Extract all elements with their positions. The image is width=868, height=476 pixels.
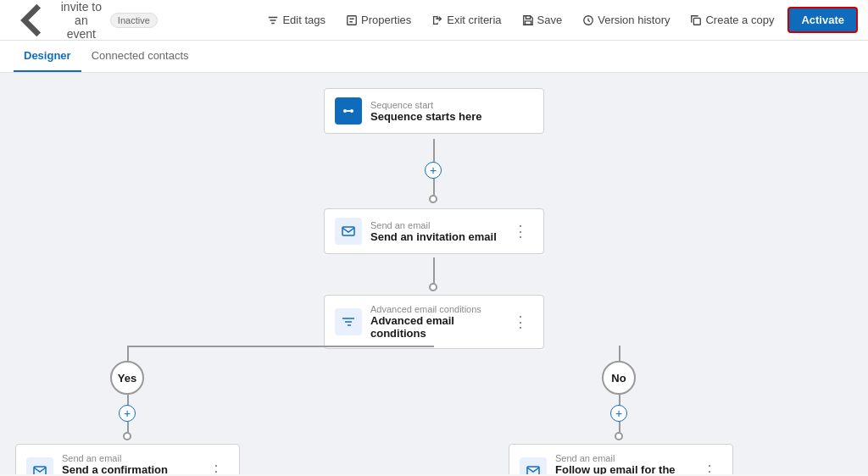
- adv-cond-1-title: Advanced email conditions: [370, 314, 499, 340]
- send-email-1-label: Send an email: [370, 220, 499, 230]
- adv-cond-1-menu[interactable]: ⋮: [508, 311, 533, 333]
- left-dot: [123, 432, 131, 440]
- svg-rect-2: [694, 18, 701, 25]
- sequence-start-node: Sequence start Sequence starts here: [324, 88, 544, 134]
- tab-designer[interactable]: Designer: [14, 41, 81, 72]
- add-step-left[interactable]: +: [119, 405, 136, 422]
- activate-button[interactable]: Activate: [787, 7, 858, 33]
- save-button[interactable]: Save: [515, 10, 570, 30]
- confirm-icon: [26, 457, 53, 474]
- followup-label: Send an email: [555, 453, 688, 463]
- svg-rect-6: [34, 467, 46, 474]
- no-branch-label: No: [602, 361, 636, 395]
- app-header: invite to an event Inactive Edit tags Pr…: [0, 0, 868, 41]
- back-button[interactable]: invite to an event: [10, 0, 103, 42]
- page-title: invite to an event: [59, 0, 103, 41]
- send-email-1-title: Send an invitation email: [370, 230, 499, 243]
- connector-dot-1: [429, 195, 437, 203]
- connector-line-2: [433, 179, 435, 196]
- flow-canvas: Sequence start Sequence starts here + Se…: [0, 73, 868, 474]
- create-copy-button[interactable]: Create a copy: [683, 10, 781, 30]
- send-email-node-1: Send an email Send an invitation email ⋮: [324, 208, 544, 254]
- adv-cond-1-label: Advanced email conditions: [370, 304, 499, 314]
- svg-rect-0: [348, 15, 357, 25]
- right-dot: [615, 432, 623, 440]
- svg-point-3: [343, 109, 347, 113]
- connector-line-3: [433, 257, 435, 285]
- svg-rect-5: [342, 227, 354, 235]
- add-step-right[interactable]: +: [610, 405, 627, 422]
- edit-tags-button[interactable]: Edit tags: [260, 10, 332, 30]
- seq-start-title: Sequence starts here: [370, 110, 533, 123]
- branch-line-h: [127, 346, 434, 347]
- confirm-title: Send a confirmation email: [62, 463, 195, 474]
- advanced-conditions-node-1: Advanced email conditions Advanced email…: [324, 295, 544, 349]
- svg-point-4: [350, 109, 353, 113]
- version-history-button[interactable]: Version history: [576, 10, 676, 30]
- followup-icon: [520, 457, 547, 474]
- seq-start-label: Sequence start: [370, 100, 533, 110]
- send-email-1-menu[interactable]: ⋮: [508, 220, 533, 242]
- send-confirmation-node: Send an email Send a confirmation email …: [15, 444, 240, 474]
- status-badge: Inactive: [110, 13, 158, 28]
- send-email-1-icon: [335, 218, 362, 245]
- tab-bar: Designer Connected contacts: [0, 41, 868, 73]
- confirm-menu[interactable]: ⋮: [203, 460, 229, 474]
- sequence-start-icon: [335, 97, 362, 125]
- advanced-cond-1-icon: [335, 308, 362, 335]
- yes-branch-label: Yes: [110, 361, 144, 395]
- properties-button[interactable]: Properties: [339, 10, 418, 30]
- confirm-label: Send an email: [62, 453, 195, 463]
- add-step-1[interactable]: +: [425, 162, 442, 179]
- connector-line-1: [433, 139, 435, 164]
- send-followup-node: Send an email Follow up email for the ev…: [509, 444, 733, 474]
- connector-dot-2: [429, 283, 437, 291]
- exit-criteria-button[interactable]: Exit criteria: [425, 10, 508, 30]
- followup-menu[interactable]: ⋮: [697, 460, 722, 474]
- tab-connected-contacts[interactable]: Connected contacts: [81, 41, 199, 72]
- svg-rect-7: [527, 467, 539, 474]
- followup-title: Follow up email for the event: [555, 463, 688, 474]
